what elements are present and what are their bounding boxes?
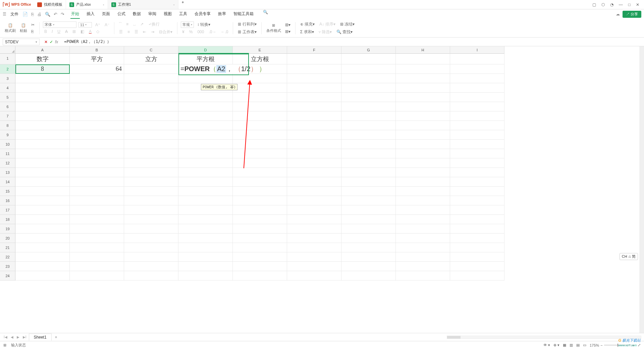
row-21[interactable]: 21 [0, 243, 15, 252]
share-button[interactable]: ↗ 分享 [623, 11, 641, 18]
preview-icon[interactable]: 🔍 [45, 12, 50, 17]
cell-I1[interactable] [450, 54, 504, 64]
menu-page[interactable]: 页面 [101, 10, 111, 19]
align-bottom-icon[interactable]: ⎵ [132, 21, 137, 27]
layout-icon[interactable]: ⊞ [3, 343, 6, 347]
rowcol-button[interactable]: ⊞ 行和列▾ [236, 21, 258, 28]
row-23[interactable]: 23 [0, 262, 15, 271]
row-13[interactable]: 13 [0, 168, 15, 177]
row-12[interactable]: 12 [0, 158, 15, 168]
cell-C2[interactable] [124, 64, 178, 74]
row-3[interactable]: 3 [0, 74, 15, 83]
number-format-combo[interactable]: 常规 [181, 21, 194, 28]
freeze-button[interactable]: ⊞ 冻结▾ [339, 21, 356, 28]
pagebreak-view-icon[interactable]: ▤ [576, 343, 580, 347]
search-icon[interactable]: 🔍 [263, 10, 268, 19]
last-sheet-icon[interactable]: ▶I [22, 335, 28, 339]
cell-B1[interactable]: 平方 [70, 54, 124, 64]
row-18[interactable]: 18 [0, 215, 15, 224]
menu-formula[interactable]: 公式 [117, 10, 126, 19]
row-11[interactable]: 11 [0, 149, 15, 158]
cell-D2-editing[interactable]: =POWER（A2， （1/2） ） [178, 64, 249, 74]
export-icon[interactable]: ⎘ [31, 12, 34, 17]
maximize-button[interactable]: □ [628, 2, 631, 7]
convert-button[interactable]: ↕ 转换▾ [196, 21, 212, 28]
comma-icon[interactable]: 000 [196, 29, 205, 35]
col-G[interactable]: G [341, 46, 396, 54]
cond-format-button[interactable]: ⊞条件格式 [265, 23, 282, 33]
menu-tools[interactable]: 工具 [178, 10, 188, 19]
cell-I2[interactable] [450, 64, 504, 74]
accept-formula-icon[interactable]: ✓ [50, 40, 53, 44]
filter-button[interactable]: ▿ 筛选▾ [317, 29, 333, 36]
cloud-icon[interactable]: ☁ [616, 12, 620, 16]
row-10[interactable]: 10 [0, 140, 15, 149]
fx-icon[interactable]: fx [55, 40, 58, 44]
new-tab-button[interactable]: + [178, 0, 187, 9]
first-sheet-icon[interactable]: I◀ [3, 335, 8, 339]
col-A[interactable]: A [15, 46, 70, 54]
menu-data[interactable]: 数据 [132, 10, 142, 19]
sheet-tab-1[interactable]: Sheet1 [29, 334, 52, 341]
page-view-icon[interactable]: ▥ [570, 343, 573, 347]
reading-view-icon[interactable]: ▭ [583, 343, 586, 347]
dec-decimal-icon[interactable]: ←.0 [219, 29, 229, 35]
cell-G1[interactable] [341, 54, 396, 64]
table-style-icon[interactable]: ⊞▾ [284, 29, 292, 35]
row-4[interactable]: 4 [0, 83, 15, 93]
menu-insert[interactable]: 插入 [86, 10, 95, 19]
align-left-icon[interactable]: ☰ [118, 29, 124, 35]
tab-templates[interactable]: 找稻壳模板 [34, 0, 66, 9]
align-center-icon[interactable]: ≡ [126, 29, 131, 35]
increase-font-icon[interactable]: A⁺ [94, 22, 101, 28]
cell-F2[interactable] [287, 64, 341, 74]
row-5[interactable]: 5 [0, 93, 15, 102]
name-box[interactable]: STDEV [3, 39, 40, 45]
normal-view-icon[interactable]: ▦ [563, 343, 566, 347]
merge-icon[interactable]: ⊟合并▾ [158, 29, 174, 36]
add-sheet-button[interactable]: + [53, 335, 59, 340]
row-14[interactable]: 14 [0, 177, 15, 187]
row-2[interactable]: 2 [0, 64, 15, 74]
bold-icon[interactable]: B [43, 29, 48, 35]
orientation-icon[interactable]: ↗ [139, 21, 145, 27]
indent-inc-icon[interactable]: ⇥ [150, 29, 156, 35]
row-24[interactable]: 24 [0, 271, 15, 281]
col-E[interactable]: E [233, 46, 287, 54]
italic-icon[interactable]: I [50, 29, 54, 35]
row-16[interactable]: 16 [0, 196, 15, 205]
copy-icon[interactable]: ⎘ [30, 29, 36, 35]
tab-workbook1[interactable]: S工作簿1• [108, 0, 178, 9]
align-right-icon[interactable]: ☰ [133, 29, 140, 35]
row-19[interactable]: 19 [0, 224, 15, 234]
cube-icon[interactable]: ⬡ [601, 2, 605, 7]
cell-A2[interactable]: 8 [15, 64, 70, 74]
horizontal-scrollbar[interactable] [447, 336, 641, 339]
col-F[interactable]: F [287, 46, 341, 54]
cell-H2[interactable] [396, 64, 450, 74]
target-icon[interactable]: ⊕ ▾ [553, 343, 559, 347]
highlight-icon[interactable]: ◇ [95, 29, 101, 35]
cell-C1[interactable]: 立方 [124, 54, 178, 64]
row-9[interactable]: 9 [0, 130, 15, 140]
menu-review[interactable]: 审阅 [148, 10, 157, 19]
row-15[interactable]: 15 [0, 187, 15, 196]
formula-input[interactable]: =POWER（A2，（1/2）） [62, 38, 644, 45]
eye-icon[interactable]: 👁 ▾ [543, 343, 550, 347]
fill-color-icon[interactable]: ◧ [79, 29, 86, 35]
col-H[interactable]: H [396, 46, 450, 54]
row-20[interactable]: 20 [0, 234, 15, 243]
format-painter-button[interactable]: 📋格式刷 [3, 23, 17, 33]
tab-product[interactable]: S产品.xlsx• [66, 0, 108, 9]
row-7[interactable]: 7 [0, 111, 15, 121]
col-B[interactable]: B [70, 46, 124, 54]
user-icon[interactable]: ◔ [610, 2, 613, 7]
menu-toggle-icon[interactable]: ☰ [3, 12, 6, 16]
cell-D1[interactable]: 平方根 [178, 54, 233, 64]
strike-icon[interactable]: A̶ [64, 29, 69, 35]
wrap-icon[interactable]: ⤶换行 [147, 21, 161, 28]
col-I[interactable]: I [450, 46, 504, 54]
menu-efficiency[interactable]: 效率 [217, 10, 227, 19]
cancel-formula-icon[interactable]: ✕ [44, 40, 48, 44]
spreadsheet[interactable]: A B C D E F G H I 1 2 3 4 5 6 7 8 9 10 1… [0, 46, 644, 333]
